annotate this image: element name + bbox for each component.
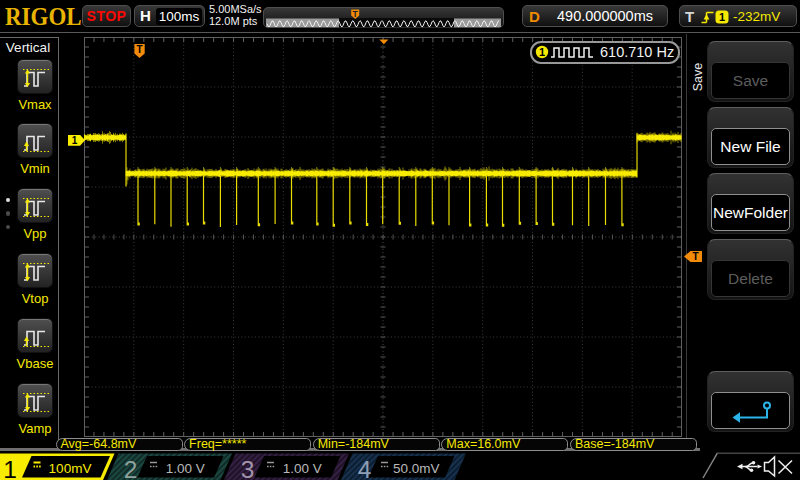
svg-text:610.710 Hz: 610.710 Hz <box>600 44 674 60</box>
svg-text:T: T <box>353 9 359 19</box>
svg-text:4: 4 <box>358 456 372 480</box>
svg-text:T: T <box>137 44 143 55</box>
svg-text:1: 1 <box>72 135 78 146</box>
svg-text:100mV: 100mV <box>49 461 92 476</box>
svg-text:1.00 V: 1.00 V <box>166 461 205 476</box>
svg-text:3: 3 <box>241 456 255 480</box>
svg-text:1: 1 <box>3 456 17 480</box>
svg-text:2: 2 <box>124 456 138 480</box>
svg-text:1: 1 <box>719 11 725 23</box>
svg-text:T: T <box>692 251 698 262</box>
svg-text:1.00 V: 1.00 V <box>283 461 322 476</box>
svg-text:50.0mV: 50.0mV <box>393 461 440 476</box>
svg-text:1: 1 <box>539 46 545 58</box>
